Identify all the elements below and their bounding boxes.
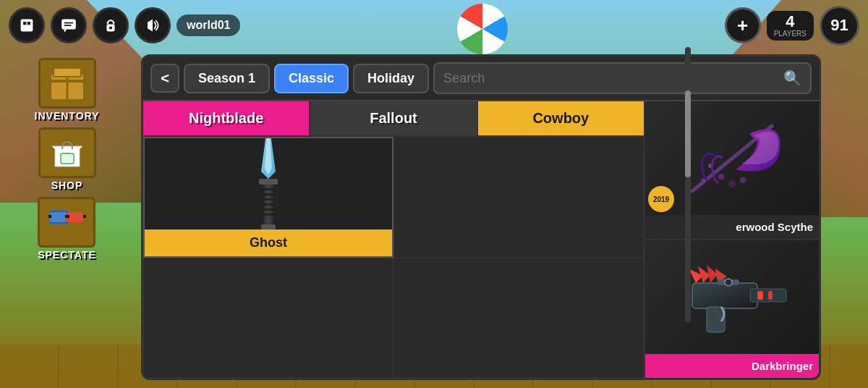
svg-rect-16 <box>61 153 74 164</box>
svg-point-8 <box>109 26 112 29</box>
svg-marker-4 <box>64 30 67 33</box>
svg-rect-5 <box>64 22 74 24</box>
svg-point-38 <box>728 180 736 187</box>
ghost-knife-image <box>145 137 392 229</box>
svg-rect-31 <box>263 203 274 206</box>
players-display: 4 PLAYERS <box>767 11 814 41</box>
username-display: world01 <box>176 14 240 36</box>
lock-button[interactable] <box>93 7 129 43</box>
chat-button[interactable] <box>51 7 87 43</box>
category-cowboy[interactable]: Cowboy <box>478 101 644 135</box>
sound-button[interactable] <box>135 7 171 43</box>
svg-rect-22 <box>67 212 83 222</box>
scythe-label: erwood Scythe <box>645 215 819 239</box>
shop-icon-box: $ <box>38 127 96 178</box>
weapon-grid: Ghost <box>143 137 644 378</box>
weapon-panel: Nightblade Fallout Cowboy <box>143 101 645 378</box>
svg-point-40 <box>740 177 746 183</box>
weapon-cell-empty-2[interactable] <box>143 258 393 379</box>
inventory-label: INVENTORY <box>35 110 100 122</box>
roblox-logo-button[interactable] <box>9 7 45 43</box>
tab-classic[interactable]: Classic <box>274 64 349 93</box>
sidebar-item-shop[interactable]: $ SHOP <box>38 127 96 191</box>
scythe-image: 2019 <box>645 101 819 215</box>
svg-rect-34 <box>261 224 276 229</box>
svg-rect-26 <box>259 179 278 185</box>
content-area: Nightblade Fallout Cowboy <box>143 101 819 378</box>
tab-holiday[interactable]: Holiday <box>353 64 429 93</box>
svg-rect-10 <box>148 22 153 28</box>
svg-rect-6 <box>64 25 72 26</box>
main-panel: < Season 1 Classic Holiday 🔍 Nightblade … <box>141 54 821 380</box>
featured-item-darkbringer[interactable]: Darkbringer <box>645 240 819 378</box>
weapon-cell-empty-1[interactable] <box>393 137 644 258</box>
inventory-icon-box <box>38 58 96 109</box>
svg-rect-23 <box>65 215 69 218</box>
featured-panel: 2019 erwood Scythe <box>645 101 819 378</box>
spectate-icon-box <box>38 197 95 248</box>
beach-ball <box>457 4 508 54</box>
category-fallout[interactable]: Fallout <box>310 101 477 135</box>
svg-rect-0 <box>21 20 33 32</box>
svg-rect-28 <box>263 188 274 190</box>
category-tabs: Nightblade Fallout Cowboy <box>143 101 644 137</box>
scroll-thumb[interactable] <box>685 90 691 177</box>
darkbringer-label: Darkbringer <box>645 354 819 378</box>
nav-bar: < Season 1 Classic Holiday 🔍 <box>143 56 819 101</box>
svg-point-36 <box>718 174 724 180</box>
svg-rect-30 <box>263 198 274 201</box>
sidebar-item-inventory[interactable]: INVENTORY <box>35 58 100 122</box>
search-input[interactable] <box>443 71 778 86</box>
scrollbar[interactable] <box>685 47 691 322</box>
spectate-label: SPECTATE <box>38 249 96 261</box>
search-icon: 🔍 <box>783 69 801 87</box>
sidebar: INVENTORY $ SHOP <box>0 51 134 388</box>
featured-item-scythe[interactable]: 2019 erwood Scythe <box>645 101 819 240</box>
svg-rect-32 <box>263 208 274 211</box>
svg-rect-44 <box>757 291 763 300</box>
svg-rect-41 <box>692 283 757 308</box>
svg-rect-45 <box>768 291 773 300</box>
svg-rect-2 <box>27 22 30 25</box>
year-badge: 2019 <box>648 186 674 212</box>
svg-rect-14 <box>54 68 81 77</box>
category-nightblade[interactable]: Nightblade <box>143 101 310 135</box>
svg-rect-25 <box>83 215 86 218</box>
level-display: 91 <box>820 6 859 46</box>
darkbringer-image <box>645 240 819 354</box>
svg-rect-21 <box>50 212 66 222</box>
shop-label: SHOP <box>51 180 83 191</box>
weapon-cell-empty-3[interactable] <box>393 258 644 379</box>
svg-point-47 <box>725 279 732 286</box>
svg-rect-3 <box>61 20 76 30</box>
svg-rect-33 <box>263 214 274 216</box>
svg-rect-1 <box>23 22 26 25</box>
top-hud: world01 + 4 PLAYERS 91 <box>0 0 868 51</box>
ghost-label: Ghost <box>145 229 392 256</box>
svg-rect-29 <box>263 193 274 195</box>
sidebar-item-spectate[interactable]: SPECTATE <box>38 197 96 261</box>
weapon-cell-ghost[interactable]: Ghost <box>143 137 393 258</box>
search-bar[interactable]: 🔍 <box>433 62 812 94</box>
back-button[interactable]: < <box>150 64 179 93</box>
tab-season1[interactable]: Season 1 <box>184 64 270 93</box>
svg-rect-24 <box>48 215 51 218</box>
add-button[interactable]: + <box>725 7 761 43</box>
